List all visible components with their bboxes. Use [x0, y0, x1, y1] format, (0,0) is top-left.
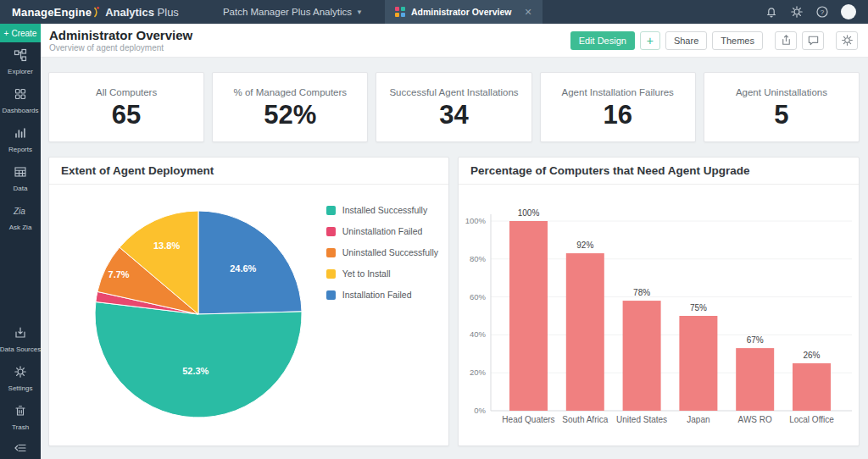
page-header-text: Administrator Overview Overview of agent… [49, 28, 192, 53]
kpi-card[interactable]: % of Managed Computers52% [212, 72, 368, 142]
brand-logo: ManageEngine Analytics Plus [0, 6, 179, 19]
y-axis-tick-label: 60% [470, 292, 487, 301]
legend-item-uninstallation-failed[interactable]: Uninstallation Failed [326, 226, 438, 236]
pie-chart[interactable]: 24.6%52.3%7.7%13.8% [49, 185, 348, 442]
pie-data-label: 52.3% [182, 366, 209, 376]
tab-administrator-overview[interactable]: Administrator Overview ✕ [385, 0, 542, 24]
bar-chart[interactable]: 0%20%40%60%80%100%100%Head Quaters92%Sou… [459, 185, 859, 442]
pie-slice-installed-successfully[interactable] [95, 302, 302, 418]
kpi-label: Successful Agent Installations [389, 87, 518, 97]
kpi-card[interactable]: Successful Agent Installations34 [376, 72, 531, 142]
comments-button[interactable] [802, 31, 824, 50]
data-sources-icon [14, 326, 27, 343]
legend-swatch [326, 269, 336, 279]
kpi-card[interactable]: Agent Installation Failures16 [540, 72, 696, 142]
legend-swatch [326, 227, 336, 236]
reports-icon [14, 126, 27, 143]
sidebar-item-label: Reports [8, 146, 32, 153]
themes-button[interactable]: Themes [712, 31, 763, 50]
bar-value-label: 78% [633, 288, 650, 297]
kpi-card[interactable]: All Computers65 [48, 72, 204, 142]
sidebar-item-dashboards[interactable]: Dashboards [0, 81, 41, 120]
pie-chart-header: Extent of Agent Deployment [49, 158, 448, 185]
dashboard-settings-button[interactable] [836, 31, 858, 50]
bar-united-states[interactable] [623, 301, 661, 411]
bar-value-label: 100% [518, 208, 540, 218]
sidebar-item-settings[interactable]: Settings [0, 359, 41, 398]
kpi-value: 34 [439, 102, 468, 128]
kpi-value: 52% [264, 102, 316, 128]
brand-swoosh-icon [93, 6, 101, 19]
bar-chart-body[interactable]: 0%20%40%60%80%100%100%Head Quaters92%Sou… [459, 185, 859, 445]
share-button[interactable]: Share [665, 31, 707, 50]
kpi-value: 5 [774, 102, 788, 128]
legend-swatch [326, 206, 336, 215]
dashboard-tab-icon [395, 7, 405, 17]
legend-item-installation-failed[interactable]: Installation Failed [326, 290, 438, 300]
bar-japan[interactable] [679, 316, 717, 411]
y-axis-tick-label: 40% [470, 329, 487, 339]
sidebar-collapse-icon[interactable] [0, 437, 41, 459]
kpi-value: 65 [112, 102, 141, 128]
plus-icon: + [4, 29, 9, 38]
add-widget-button[interactable]: + [640, 31, 660, 50]
svg-text:Zia: Zia [13, 207, 25, 216]
create-button[interactable]: + Create [0, 24, 41, 42]
legend-label: Installation Failed [342, 290, 412, 300]
pie-chart-body[interactable]: 24.6%52.3%7.7%13.8% Installed Successful… [49, 185, 448, 445]
sidebar-item-label: Explorer [8, 68, 33, 75]
sidebar-item-explorer[interactable]: Explorer [0, 42, 41, 81]
notifications-bell-icon[interactable] [765, 5, 778, 19]
y-axis-tick-label: 0% [474, 406, 486, 415]
sidebar-item-label: Settings [8, 384, 33, 392]
legend-label: Uninstallation Failed [342, 226, 423, 236]
y-axis-tick-label: 100% [465, 216, 487, 225]
sidebar-item-reports[interactable]: Reports [0, 120, 41, 159]
user-avatar[interactable] [841, 4, 856, 19]
sidebar-item-label: Data [14, 185, 28, 192]
export-button[interactable] [775, 31, 797, 50]
help-icon[interactable]: ? [815, 5, 829, 19]
bar-value-label: 92% [576, 241, 593, 250]
bar-value-label: 26% [803, 351, 820, 360]
kpi-label: Agent Uninstallations [736, 87, 827, 97]
sidebar-item-trash[interactable]: Trash [0, 398, 41, 437]
x-axis-category-label: Japan [687, 415, 709, 424]
ask-zia-icon: Zia [13, 204, 28, 221]
sidebar-item-data-sources[interactable]: Data Sources [0, 320, 41, 359]
kpi-row: All Computers65% of Managed Computers52%… [48, 72, 860, 142]
legend-item-installed-successfully[interactable]: Installed Successfully [326, 205, 438, 215]
edit-design-button[interactable]: Edit Design [570, 31, 635, 50]
brand-analytics-plus: Analytics Plus [105, 6, 179, 19]
settings-icon [14, 365, 27, 382]
x-axis-category-label: United States [616, 415, 667, 424]
workspace-selector[interactable]: Patch Manager Plus Analytics ▼ [223, 7, 363, 17]
sidebar-item-data[interactable]: Data [0, 159, 41, 198]
bar-local-office[interactable] [793, 363, 831, 411]
bar-value-label: 67% [747, 335, 764, 345]
legend-label: Installed Successfully [342, 205, 427, 215]
settings-gear-icon[interactable] [790, 5, 804, 19]
page-header: Administrator Overview Overview of agent… [41, 24, 868, 58]
sidebar: + Create ExplorerDashboardsReportsDataZi… [0, 24, 41, 459]
pie-legend: Installed SuccessfullyUninstallation Fai… [326, 205, 438, 300]
pie-data-label: 13.8% [153, 241, 180, 251]
legend-item-yet-to-install[interactable]: Yet to Install [326, 268, 438, 279]
tab-close-icon[interactable]: ✕ [524, 7, 531, 18]
bar-aws-ro[interactable] [736, 348, 774, 411]
kpi-label: % of Managed Computers [234, 87, 348, 97]
bar-head-quaters[interactable] [509, 221, 548, 411]
kpi-card[interactable]: Agent Uninstallations5 [704, 72, 860, 142]
sidebar-nav: ExplorerDashboardsReportsDataZiaAsk Zia [0, 42, 41, 237]
bar-south-africa[interactable] [566, 253, 604, 411]
legend-label: Yet to Install [342, 268, 391, 279]
brand-manageengine: ManageEngine [12, 6, 92, 19]
pie-chart-title: Extent of Agent Deployment [61, 164, 214, 177]
sidebar-item-ask-zia[interactable]: ZiaAsk Zia [0, 198, 41, 237]
x-axis-category-label: Head Quaters [502, 415, 554, 424]
sidebar-item-label: Dashboards [2, 107, 38, 114]
x-axis-category-label: South Africa [562, 415, 608, 424]
legend-label: Uninstalled Successfully [342, 247, 438, 257]
legend-item-uninstalled-successfully[interactable]: Uninstalled Successfully [326, 247, 438, 257]
sidebar-bottom-nav: Data SourcesSettingsTrash [0, 320, 41, 437]
